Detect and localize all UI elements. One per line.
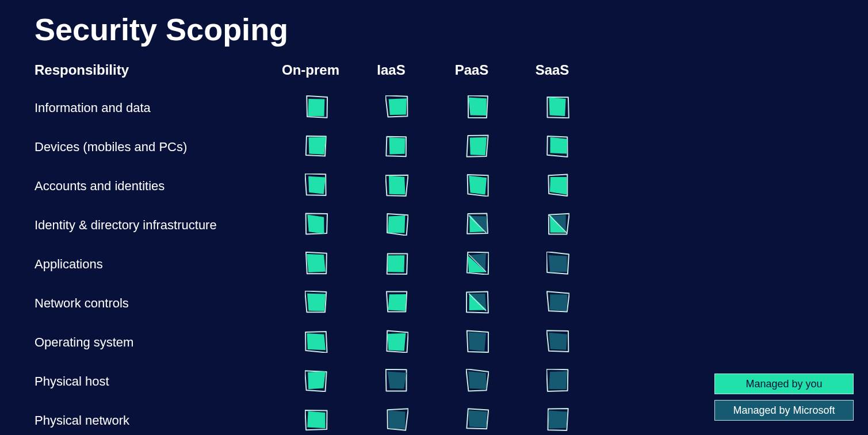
table-row: Physical network bbox=[35, 401, 598, 435]
svg-marker-67 bbox=[388, 372, 407, 389]
you-box-icon bbox=[546, 149, 569, 159]
table-row: Applications bbox=[35, 245, 598, 284]
table-row: Identity & directory infrastructure bbox=[35, 206, 598, 245]
shared-box-icon bbox=[466, 267, 489, 276]
row-label: Operating system bbox=[35, 323, 276, 362]
matrix-cell bbox=[518, 167, 598, 206]
matrix-cell bbox=[437, 284, 518, 323]
you-box-icon bbox=[385, 228, 408, 237]
ms-box-icon bbox=[546, 267, 569, 276]
ms-box-icon bbox=[546, 423, 569, 433]
matrix-cell bbox=[518, 88, 598, 128]
table-row: Devices (mobiles and PCs) bbox=[35, 128, 598, 167]
you-box-icon bbox=[305, 110, 328, 120]
svg-marker-57 bbox=[307, 333, 326, 350]
you-box-icon bbox=[305, 267, 328, 276]
svg-marker-13 bbox=[470, 137, 487, 155]
svg-marker-47 bbox=[307, 294, 326, 311]
header-onprem: On-prem bbox=[276, 59, 357, 88]
header-iaas: IaaS bbox=[357, 59, 437, 88]
you-box-icon bbox=[385, 188, 408, 198]
svg-marker-9 bbox=[309, 137, 326, 155]
svg-marker-69 bbox=[468, 371, 486, 389]
matrix-cell bbox=[357, 128, 437, 167]
row-label: Physical network bbox=[35, 401, 276, 435]
ms-box-icon bbox=[466, 423, 489, 433]
svg-marker-15 bbox=[550, 137, 567, 154]
matrix-cell bbox=[276, 323, 357, 362]
svg-marker-37 bbox=[307, 254, 325, 272]
matrix-cell bbox=[276, 245, 357, 284]
header-paas: PaaS bbox=[437, 59, 518, 88]
matrix-cell bbox=[276, 88, 357, 128]
row-label: Accounts and identities bbox=[35, 167, 276, 206]
matrix-cell bbox=[357, 362, 437, 401]
shared-box-icon bbox=[466, 228, 489, 237]
svg-marker-79 bbox=[548, 410, 567, 428]
responsibility-matrix: Responsibility On-prem IaaS PaaS SaaS In… bbox=[35, 59, 598, 435]
matrix-cell bbox=[437, 167, 518, 206]
svg-marker-3 bbox=[389, 98, 407, 115]
you-box-icon bbox=[385, 149, 408, 159]
you-box-icon bbox=[466, 110, 489, 120]
matrix-cell bbox=[357, 245, 437, 284]
table-row: Network controls bbox=[35, 284, 598, 323]
svg-marker-65 bbox=[308, 371, 326, 389]
matrix-cell bbox=[276, 128, 357, 167]
you-box-icon bbox=[305, 188, 328, 198]
slide-title: Security Scoping bbox=[35, 11, 833, 47]
matrix-cell bbox=[276, 284, 357, 323]
matrix-cell bbox=[357, 401, 437, 435]
svg-marker-19 bbox=[389, 176, 406, 195]
matrix-cell bbox=[518, 206, 598, 245]
you-box-icon bbox=[385, 267, 408, 276]
svg-marker-63 bbox=[549, 333, 567, 350]
table-row: Operating system bbox=[35, 323, 598, 362]
ms-box-icon bbox=[466, 384, 489, 394]
matrix-cell bbox=[357, 167, 437, 206]
matrix-cell bbox=[518, 323, 598, 362]
matrix-cell bbox=[518, 284, 598, 323]
svg-marker-61 bbox=[468, 332, 486, 351]
svg-marker-5 bbox=[468, 98, 486, 116]
matrix-cell bbox=[276, 362, 357, 401]
svg-marker-27 bbox=[388, 215, 405, 233]
you-box-icon bbox=[466, 188, 489, 198]
table-row: Accounts and identities bbox=[35, 167, 598, 206]
matrix-cell bbox=[518, 401, 598, 435]
svg-marker-45 bbox=[549, 255, 567, 272]
svg-marker-17 bbox=[308, 176, 326, 194]
svg-marker-77 bbox=[468, 410, 487, 428]
legend-managed-by-you: Managed by you bbox=[714, 374, 854, 394]
matrix-cell bbox=[437, 323, 518, 362]
ms-box-icon bbox=[546, 345, 569, 355]
you-box-icon bbox=[305, 384, 328, 394]
matrix-cell bbox=[518, 245, 598, 284]
row-label: Applications bbox=[35, 245, 276, 284]
svg-marker-11 bbox=[389, 137, 406, 154]
you-box-icon bbox=[305, 345, 328, 355]
you-box-icon bbox=[466, 149, 489, 159]
you-box-icon bbox=[385, 345, 408, 355]
you-box-icon bbox=[305, 149, 328, 159]
svg-marker-55 bbox=[550, 294, 568, 311]
you-box-icon bbox=[305, 228, 328, 237]
svg-marker-49 bbox=[388, 294, 407, 311]
svg-marker-1 bbox=[308, 99, 324, 116]
row-label: Devices (mobiles and PCs) bbox=[35, 128, 276, 167]
you-box-icon bbox=[385, 306, 408, 315]
you-box-icon bbox=[305, 423, 328, 433]
row-label: Information and data bbox=[35, 88, 276, 128]
matrix-cell bbox=[357, 206, 437, 245]
svg-marker-75 bbox=[389, 410, 406, 429]
ms-box-icon bbox=[385, 384, 408, 394]
svg-marker-71 bbox=[549, 371, 567, 389]
you-box-icon bbox=[546, 188, 569, 198]
matrix-cell bbox=[437, 206, 518, 245]
svg-marker-21 bbox=[469, 176, 487, 195]
matrix-cell bbox=[437, 362, 518, 401]
svg-marker-23 bbox=[550, 177, 567, 195]
svg-marker-39 bbox=[388, 255, 404, 272]
matrix-cell bbox=[437, 88, 518, 128]
legend: Managed by you Managed by Microsoft bbox=[714, 374, 854, 421]
